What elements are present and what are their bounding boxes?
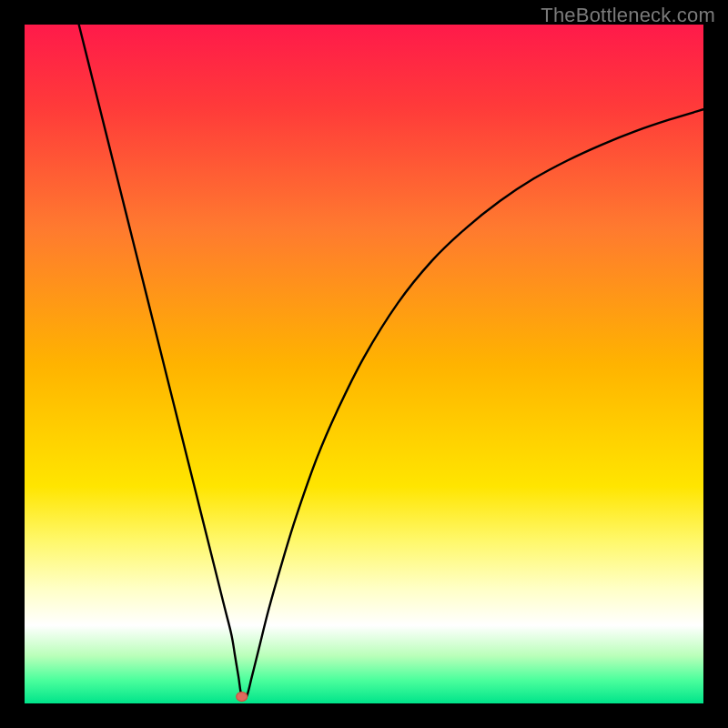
plot-area xyxy=(25,25,703,703)
chart-svg xyxy=(25,25,703,703)
gradient-background xyxy=(25,25,703,703)
minimum-marker xyxy=(237,693,248,702)
watermark-text: TheBottleneck.com xyxy=(541,4,715,27)
chart-outer-frame: TheBottleneck.com xyxy=(0,0,728,728)
